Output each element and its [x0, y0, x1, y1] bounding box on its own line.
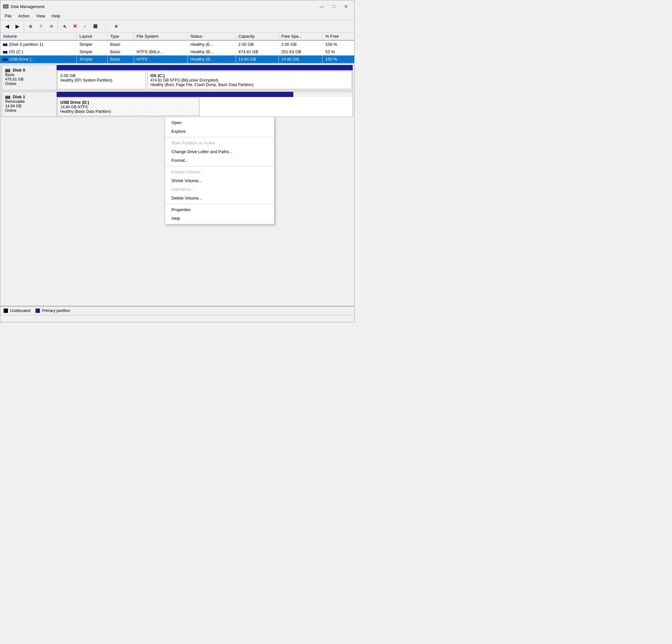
col-status[interactable]: Status	[188, 33, 236, 40]
disk1-usb-size: 14.84 GB NTFS	[60, 105, 196, 109]
volume-table: Volume Layout Type File System Status Ca…	[0, 33, 354, 63]
context-menu-item: Add Mirror...	[165, 185, 274, 194]
window-title: Disk Management	[11, 4, 45, 9]
disk0-row: Disk 0 Basic 476.81 GB Online 2.00 GB He…	[2, 65, 353, 90]
connect-button[interactable]: 🔌	[60, 22, 69, 31]
row-1-col-1: Simple	[77, 48, 107, 56]
disk0-os-label: OS (C:)	[150, 73, 349, 78]
col-volume[interactable]: Volume	[0, 33, 77, 40]
disk0-efi-segment[interactable]: 2.00 GB Healthy (EFI System Partition)	[57, 71, 146, 89]
disk1-type: Removable	[5, 99, 53, 104]
row-0-col-6: 2.00 GB	[278, 40, 323, 48]
col-free[interactable]: Free Spa...	[278, 33, 323, 40]
table-row[interactable]: (Disk 0 partition 1)SimpleBasicHealthy (…	[0, 40, 354, 48]
context-menu-item[interactable]: Explore	[165, 127, 274, 136]
delete-button[interactable]: ✕	[70, 22, 80, 31]
disk0-name: Disk 0	[5, 68, 53, 72]
col-type[interactable]: Type	[107, 33, 134, 40]
row-2-col-2: Basic	[107, 56, 134, 63]
more-button[interactable]: ⊠	[111, 22, 121, 31]
refresh-button[interactable]: ⬛	[91, 22, 100, 31]
close-button[interactable]: ✕	[341, 3, 351, 10]
row-0-col-0: (Disk 0 partition 1)	[0, 40, 77, 48]
context-menu-item: Mark Partition as Active	[165, 139, 274, 147]
row-2-col-0: USB Drive (...	[0, 56, 77, 63]
context-menu: OpenExploreMark Partition as ActiveChang…	[165, 117, 274, 224]
context-menu-item[interactable]: Change Drive Letter and Paths...	[165, 147, 274, 156]
disk0-type: Basic	[5, 72, 53, 77]
menu-help[interactable]: Help	[48, 13, 63, 19]
disk-color-icon	[3, 51, 8, 53]
window-controls: — □ ✕	[317, 3, 351, 10]
disk1-partitions: USB Drive (D:) 14.84 GB NTFS Healthy (Ba…	[57, 92, 352, 117]
console-button[interactable]: ⊟	[46, 22, 56, 31]
row-1-col-4: Healthy (B...	[188, 48, 236, 56]
row-1-col-0: OS (C:)	[0, 48, 77, 56]
help-button[interactable]: ?	[36, 22, 46, 31]
context-menu-separator	[165, 204, 274, 204]
col-filesystem[interactable]: File System	[134, 33, 188, 40]
table-header-row: Volume Layout Type File System Status Ca…	[0, 33, 354, 40]
app-icon	[3, 3, 9, 9]
back-button[interactable]: ◀	[2, 22, 12, 31]
disk1-status: Online	[5, 108, 53, 113]
table-row[interactable]: OS (C:)SimpleBasicNTFS (BitLo...Healthy …	[0, 48, 354, 56]
context-menu-item: Extend Volume...	[165, 168, 274, 176]
menu-bar: File Action View Help	[0, 12, 354, 20]
row-0-col-3	[134, 40, 188, 48]
row-2-col-6: 14.80 GB	[278, 56, 323, 63]
toolbar-sep-2	[58, 23, 58, 30]
disk-color-icon	[3, 58, 8, 61]
disk1-usb-segment[interactable]: USB Drive (D:) 14.84 GB NTFS Healthy (Ba…	[57, 98, 200, 116]
col-pct-free[interactable]: % Free	[323, 33, 354, 40]
context-menu-item[interactable]: Help	[165, 214, 274, 223]
context-menu-item[interactable]: Open	[165, 118, 274, 127]
minimize-button[interactable]: —	[317, 3, 326, 10]
disk-color-icon	[3, 44, 8, 46]
export-button[interactable]: 📄	[101, 22, 110, 31]
context-menu-item[interactable]: Delete Volume...	[165, 194, 274, 202]
context-menu-item[interactable]: Shrink Volume...	[165, 176, 274, 185]
col-layout[interactable]: Layout	[77, 33, 107, 40]
disk1-usb-info: Healthy (Basic Data Partition)	[60, 109, 196, 114]
disk0-status: Online	[5, 82, 53, 86]
legend-primary-box	[35, 309, 40, 313]
disk1-segments: USB Drive (D:) 14.84 GB NTFS Healthy (Ba…	[57, 97, 352, 117]
row-0-col-4: Healthy (E...	[188, 40, 236, 48]
disk1-row: Disk 1 Removable 14.84 GB Online USB Dri…	[2, 92, 353, 117]
disk-management-window: Disk Management — □ ✕ File Action View H…	[0, 0, 355, 322]
maximize-button[interactable]: □	[329, 3, 339, 10]
disk0-os-size: 474.81 GB NTFS (BitLocker Encrypted)	[150, 78, 349, 83]
menu-file[interactable]: File	[2, 13, 15, 19]
legend-primary-label: Primary partition	[42, 309, 70, 313]
table-row[interactable]: USB Drive (...SimpleBasicNTFSHealthy (B.…	[0, 56, 354, 63]
row-0-col-7: 100 %	[323, 40, 354, 48]
row-2-col-4: Healthy (B...	[188, 56, 236, 63]
title-bar: Disk Management — □ ✕	[0, 0, 354, 12]
disk0-efi-size: 2.00 GB	[60, 73, 143, 78]
volume-table-area: Volume Layout Type File System Status Ca…	[0, 33, 354, 63]
menu-action[interactable]: Action	[15, 13, 33, 19]
disk1-header-fill	[57, 92, 293, 97]
disk0-segments: 2.00 GB Healthy (EFI System Partition) O…	[57, 70, 352, 90]
disk0-os-segment[interactable]: OS (C:) 474.81 GB NTFS (BitLocker Encryp…	[147, 71, 352, 89]
row-2-col-7: 100 %	[323, 56, 354, 63]
menu-view[interactable]: View	[33, 13, 48, 19]
disk1-name: Disk 1	[5, 94, 53, 99]
check-button[interactable]: ✓	[80, 22, 90, 31]
row-1-col-5: 474.81 GB	[236, 48, 278, 56]
disk0-label: Disk 0 Basic 476.81 GB Online	[2, 65, 57, 90]
disk0-size: 476.81 GB	[5, 77, 53, 82]
svg-point-2	[5, 8, 7, 8]
row-1-col-7: 53 %	[323, 48, 354, 56]
status-bar	[0, 315, 354, 322]
col-capacity[interactable]: Capacity	[236, 33, 278, 40]
legend-unallocated: Unallocated	[3, 309, 30, 313]
context-menu-item[interactable]: Format...	[165, 156, 274, 165]
disk0-header-bar	[57, 65, 352, 70]
row-0-col-2: Basic	[107, 40, 134, 48]
forward-button[interactable]: ▶	[13, 22, 22, 31]
disk-visual-area: Disk 0 Basic 476.81 GB Online 2.00 GB He…	[0, 63, 354, 306]
context-menu-item[interactable]: Properties	[165, 205, 274, 214]
view-button[interactable]: ⊞	[26, 22, 35, 31]
